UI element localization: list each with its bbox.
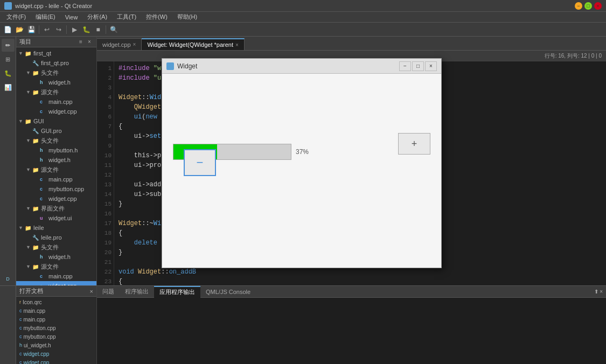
toolbar-redo[interactable]: ↪: [53, 24, 64, 35]
close-button[interactable]: ×: [594, 2, 602, 10]
toolbar-separator-3: [106, 25, 106, 34]
project-tree: ▼ 📁 first_qt 🔧 first_qt.pro ▼ 📁 头文件 h wi…: [16, 47, 96, 285]
tab-close-widget-cpp[interactable]: ×: [133, 41, 136, 47]
tree-item-main-cpp1[interactable]: c main.cpp: [16, 97, 96, 107]
tree-item-gui-ui[interactable]: ▼ 📁 界面文件: [16, 204, 96, 213]
label-first-pro: first_qt.pro: [41, 60, 69, 66]
tree-item-leile[interactable]: ▼ 📁 leile: [16, 223, 96, 233]
tree-item-first-pro[interactable]: 🔧 first_qt.pro: [16, 58, 96, 68]
toolbar-save[interactable]: 💾: [26, 24, 37, 35]
tree-item-gui[interactable]: ▼ 📁 GUI: [16, 116, 96, 126]
tree-item-leile-pro[interactable]: 🔧 leile.pro: [16, 233, 96, 242]
tab-output[interactable]: 程序输出: [120, 286, 154, 298]
tree-item-widget-ui1[interactable]: u widget.ui: [16, 213, 96, 223]
menu-tools[interactable]: 工具(T): [113, 12, 141, 22]
icon-file-widget-cpp2: c: [19, 360, 22, 364]
tree-item-widget-cpp3[interactable]: c widget.cpp: [16, 281, 96, 285]
open-file-icon-qrc[interactable]: r Icon.qrc: [16, 298, 96, 306]
arrow-headers1: ▼: [26, 70, 32, 75]
label-widget-h2: widget.h: [48, 157, 71, 163]
tree-item-gui-headers[interactable]: ▼ 📁 头文件: [16, 136, 96, 145]
open-file-main2[interactable]: c main.cpp: [16, 315, 96, 324]
title-bar-controls[interactable]: − □ ×: [575, 2, 602, 10]
dialog-close-button[interactable]: ×: [425, 61, 437, 71]
tree-item-sources1[interactable]: ▼ 📁 源文件: [16, 87, 96, 97]
dialog-body: + 37% −: [162, 74, 441, 268]
panel-close-icon[interactable]: ×: [86, 38, 93, 46]
minimize-button[interactable]: −: [575, 2, 582, 10]
tree-item-widget-h3[interactable]: h widget.h: [16, 252, 96, 262]
icon-gui: 📁: [25, 118, 32, 124]
toolbar-build[interactable]: ▶: [69, 24, 80, 35]
label-leile-pro: leile.pro: [41, 234, 62, 241]
dialog-maximize-button[interactable]: □: [412, 61, 424, 71]
tree-item-leile-sources[interactable]: ▼ 📁 源文件: [16, 262, 96, 271]
menu-help[interactable]: 帮助(H): [173, 12, 201, 22]
tab-widget-constructor[interactable]: Widget: Widget(QWidget *parent ×: [142, 38, 244, 50]
label-mybutton-cpp: mybutton.cpp: [48, 186, 84, 192]
tree-item-main-cpp2[interactable]: c main.cpp: [16, 174, 96, 184]
bottom-tabs-close-icon[interactable]: ×: [600, 289, 603, 295]
tab-problems[interactable]: 问题: [97, 286, 120, 298]
toolbar-open[interactable]: 📂: [14, 24, 25, 35]
open-file-main1[interactable]: c main.cpp: [16, 306, 96, 315]
arrow-gui: ▼: [18, 118, 25, 124]
menu-analyze[interactable]: 分析(A): [83, 12, 112, 22]
sidebar-analyze-icon[interactable]: 📊: [2, 81, 15, 94]
dialog-window[interactable]: Widget − □ × + 37% −: [162, 58, 442, 268]
tab-widget-cpp[interactable]: widget.cpp ×: [97, 38, 142, 50]
minus-button[interactable]: −: [184, 149, 216, 176]
bottom-left-sidebar: [0, 286, 16, 364]
tree-item-gui-pro[interactable]: 🔧 GUI.pro: [16, 126, 96, 136]
tree-item-first-qt[interactable]: ▼ 📁 first_qt: [16, 48, 96, 58]
toolbar-search[interactable]: 🔍: [108, 24, 119, 35]
plus-button[interactable]: +: [398, 133, 430, 155]
open-file-mybutton1[interactable]: c mybutton.cpp: [16, 324, 96, 332]
tree-item-headers1[interactable]: ▼ 📁 头文件: [16, 68, 96, 78]
dialog-title-left: Widget: [166, 62, 197, 70]
open-files-list: r Icon.qrc c main.cpp c main.cpp c mybut…: [16, 297, 96, 364]
sidebar-debug2-icon[interactable]: D: [2, 272, 15, 285]
toolbar-stop[interactable]: ■: [93, 24, 103, 35]
tree-item-widget-cpp1[interactable]: c widget.cpp: [16, 107, 96, 116]
tree-item-mybutton-h[interactable]: h mybutton.h: [16, 145, 96, 155]
tree-item-gui-sources[interactable]: ▼ 📁 源文件: [16, 165, 96, 174]
menu-widget[interactable]: 控件(W): [142, 12, 172, 22]
tab-app-output[interactable]: 应用程序输出: [154, 286, 200, 298]
menu-file[interactable]: 文件(F): [2, 12, 30, 22]
tree-item-main-cpp3[interactable]: c main.cpp: [16, 271, 96, 281]
open-file-widget-cpp1[interactable]: c widget.cpp: [16, 349, 96, 358]
title-bar-left: widget.cpp - leile - Qt Creator: [4, 2, 92, 10]
label-widget-h3: widget.h: [48, 254, 71, 260]
icon-main-cpp1: c: [40, 99, 47, 104]
menu-edit[interactable]: 编辑(E): [31, 12, 60, 22]
dialog-minimize-button[interactable]: −: [399, 61, 411, 71]
sidebar-debug-icon[interactable]: 🐛: [2, 67, 15, 80]
bottom-right-panel: 问题 程序输出 应用程序输出 QML/JS Console ⬆ ×: [97, 286, 606, 364]
sidebar-design-icon[interactable]: ⊞: [2, 53, 15, 66]
tree-item-leile-headers[interactable]: ▼ 📁 头文件: [16, 242, 96, 252]
sidebar-edit-icon[interactable]: ✏: [2, 39, 15, 52]
toolbar-separator-1: [39, 25, 39, 34]
open-file-widget-cpp2[interactable]: c widget.cpp: [16, 358, 96, 364]
menu-view[interactable]: View: [61, 13, 82, 22]
label-gui-pro: GUI.pro: [41, 128, 62, 134]
icon-file-mybutton1: c: [19, 325, 22, 331]
tree-item-widget-h2[interactable]: h widget.h: [16, 155, 96, 165]
maximize-button[interactable]: □: [584, 2, 592, 10]
open-file-mybutton2[interactable]: c mybutton.cpp: [16, 332, 96, 341]
panel-filter-icon[interactable]: ≡: [77, 38, 85, 46]
tree-item-widget-h1[interactable]: h widget.h: [16, 78, 96, 87]
tab-close-constructor[interactable]: ×: [235, 42, 239, 48]
tree-item-mybutton-cpp[interactable]: c mybutton.cpp: [16, 184, 96, 194]
toolbar-debug[interactable]: 🐛: [81, 24, 92, 35]
toolbar-new[interactable]: 📄: [2, 24, 13, 35]
bottom-tabs-expand-icon[interactable]: ⬆: [594, 289, 598, 295]
icon-leile-headers: 📁: [32, 244, 40, 250]
open-files-close-icon[interactable]: ×: [90, 288, 93, 295]
plus-icon: +: [412, 138, 417, 150]
toolbar-undo[interactable]: ↩: [41, 24, 52, 35]
tab-qml-js[interactable]: QML/JS Console: [200, 286, 256, 298]
open-file-ui-widget[interactable]: h ui_widget.h: [16, 341, 96, 349]
tree-item-widget-cpp2[interactable]: c widget.cpp: [16, 194, 96, 204]
